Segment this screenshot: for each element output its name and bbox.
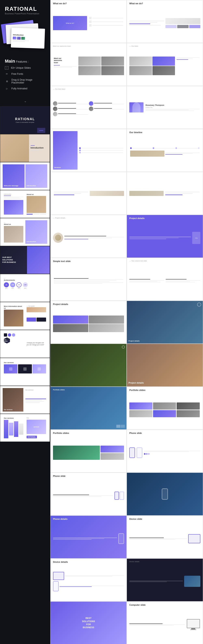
thumb-content: Meet ourawesometeam: [53, 48, 124, 84]
lp-slide-goals: Our goals "Change your thoughts and you …: [0, 330, 50, 358]
thumb-timeline: Our timeline: [127, 129, 203, 172]
feature-text-slides: 63+ Unique Slides: [11, 66, 31, 69]
thumb-device-details-2: Device details: [127, 558, 203, 602]
thumb-content: [53, 564, 124, 599]
thumb-misc-1: [50, 172, 127, 215]
thumb-content: [129, 521, 200, 556]
brand-title: RATIONAL: [5, 6, 46, 12]
brand-subtitle: Business PowerPoint Presentation: [5, 12, 46, 15]
thumb-title: Device slide: [129, 518, 200, 520]
thumb-content: [53, 306, 124, 342]
thumb-rosemary: Rosemary Thompson Position Title: [127, 86, 203, 129]
lp-slide-services2: Our services Our services: [0, 386, 50, 414]
thumb-project-img-2: Project details: [127, 301, 203, 344]
thumb-title: Portfolio slides: [129, 389, 200, 391]
thumb-what-we-do-1: What we do? What we do?: [50, 0, 127, 43]
thumb-portfolio-3: Portfolio slides: [50, 430, 127, 472]
features-section: Main Features : □ 63+ Unique Slides ✏ Fr…: [0, 54, 50, 97]
feature-item-drag: ⊞ Drag & Drop Image Placeholder: [5, 78, 46, 84]
thumb-phone-slide-1: Phone slide: [127, 430, 203, 472]
feature-text-animated: Fully Animated: [11, 87, 27, 90]
thumb-simple-text: Simple text slide: [50, 258, 127, 301]
hero-slide-front: Introduction: [11, 28, 45, 49]
thumb-title: Project details: [53, 303, 124, 306]
thumb-title: Project details: [129, 217, 200, 220]
thumb-content: [53, 263, 124, 298]
thumb-project-img-1: Project details: [50, 301, 127, 344]
lp-slide-about-intro: — About us Introduction: [0, 218, 50, 246]
feature-text-drag: Drag & Drop Image Placeholder: [11, 78, 46, 84]
thumb-content: [53, 220, 124, 256]
fonts-icon: ✏: [5, 72, 9, 76]
thumb-content: What we do?: [53, 6, 124, 41]
thumb-label: Meet our awesome team: [53, 45, 124, 47]
thumb-our-team-label: — Our team: [127, 43, 203, 86]
thumb-content: [129, 174, 200, 212]
thumb-services-slide: Services: [50, 129, 127, 172]
thumb-title: Our timeline: [129, 131, 200, 134]
left-panel: RATIONAL Business PowerPoint Presentatio…: [0, 0, 50, 644]
thumb-content: [129, 563, 200, 599]
lp-slide-services3: Our services Our services RATIONAL: [0, 414, 50, 442]
thumb-content: [53, 478, 124, 513]
feature-item-animated: ▷ Fully Animated: [5, 86, 46, 90]
lp-slide-achievements: — Achievements 26 Item 159 Item 13 Item …: [0, 274, 50, 302]
right-panel: What we do? What we do?: [50, 0, 203, 644]
thumb-title: Computer slide: [129, 604, 200, 606]
thumb-content: [53, 521, 124, 556]
animated-icon: ▷: [5, 86, 9, 90]
lp-slide-welcome: Welcome message Introduction: [0, 162, 50, 190]
thumb-title: Simple text slide: [53, 260, 124, 262]
features-heading: Main Features :: [5, 58, 46, 64]
thumb-computer-slide: Computer slide: [127, 602, 203, 644]
thumb-content: [129, 134, 200, 170]
thumb-our-team-meet: Meet our awesome team Meet ourawesometea…: [50, 43, 127, 86]
slides-grid: What we do? What we do?: [50, 0, 203, 644]
lp-slide-services1: Our services: [0, 358, 50, 386]
thumb-nature-2: Project details: [127, 344, 203, 387]
lp-slide-cover: RATIONAL Clean & minimalistic template: [0, 106, 50, 134]
thumb-content: [129, 6, 200, 41]
lp-slide-more-info: More information about us — Our goals: [0, 302, 50, 330]
thumb-content: Services: [53, 131, 124, 170]
thumb-title: Device details: [53, 561, 124, 563]
feature-text-fonts: Free Fonts: [11, 72, 23, 76]
thumb-title: Portfolio slides: [53, 432, 124, 434]
lp-slide-intro: Introduction: [0, 134, 50, 162]
thumb-title: What we do?: [53, 2, 124, 5]
thumb-two-column: — Two column text slide: [127, 258, 203, 301]
thumb-content: img: [129, 220, 200, 256]
hero-slides-area: Introduction Our services Introduction: [0, 18, 50, 54]
thumb-content: BESTSOLUTIONSFORBUSINESS: [53, 604, 124, 642]
thumb-content: [129, 263, 200, 298]
thumb-content: [53, 174, 124, 212]
thumb-device-details-1: Device details: [50, 558, 127, 602]
thumb-content: [129, 48, 200, 84]
thumb-title: Phone details: [53, 518, 124, 520]
thumb-content: [129, 392, 200, 427]
thumb-phone-details: Phone details: [50, 516, 127, 558]
thumb-best-team: — Our best team: [50, 86, 127, 129]
lp-slide-intro-about: Introduction About us: [0, 190, 50, 218]
thumb-content: [129, 435, 200, 470]
thumb-portfolio-2: Portfolio slides: [127, 387, 203, 430]
brand-header: RATIONAL Business PowerPoint Presentatio…: [0, 0, 50, 18]
thumb-title: Phone slide: [53, 475, 124, 477]
drag-icon: ⊞: [5, 79, 9, 83]
thumb-portfolio-1: Portfolio slides: [50, 387, 127, 430]
thumb-content: [53, 435, 124, 470]
thumb-title: What we do?: [129, 2, 200, 5]
chevron-down-icon[interactable]: ⌄: [0, 97, 50, 106]
thumb-content: [53, 91, 124, 127]
thumb-device-slide: Device slide: [127, 516, 203, 558]
thumb-title: Phone slide: [129, 432, 200, 434]
thumb-title: Project details: [128, 382, 144, 384]
feature-item-fonts: ✏ Free Fonts: [5, 72, 46, 76]
thumb-best-solutions: BESTSOLUTIONSFORBUSINESS: [50, 602, 127, 644]
thumb-phone-image: [127, 472, 203, 516]
feature-item-slides: □ 63+ Unique Slides: [5, 66, 46, 70]
lp-slide-solutions-l: OUR BESTSOLUTIONSFOR BUSINESS: [0, 246, 50, 274]
slides-icon: □: [5, 66, 9, 70]
thumb-project-details-2: Project details img: [127, 215, 203, 258]
thumb-project-details-1: — Project details: [50, 215, 127, 258]
